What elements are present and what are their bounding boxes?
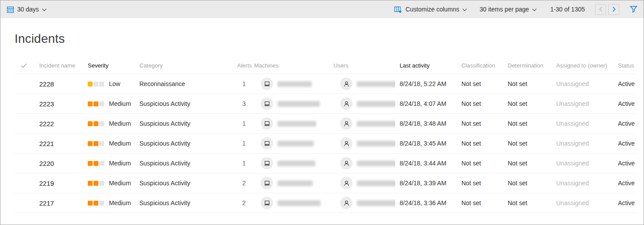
redacted-user-name xyxy=(357,180,395,186)
severity-cell: Medium xyxy=(88,160,139,167)
time-range-label: 30 days xyxy=(17,6,39,13)
severity-label: Medium xyxy=(109,100,131,107)
status-cell: Active xyxy=(614,180,637,187)
alerts-count: 1 xyxy=(225,160,253,167)
column-header-machines[interactable]: Machines xyxy=(253,62,332,69)
user-link[interactable] xyxy=(332,78,395,90)
assigned-to-cell: Unassigned xyxy=(552,180,614,187)
customize-columns-icon xyxy=(394,6,402,13)
severity-cell: Low xyxy=(88,80,139,87)
category-cell: Suspicious Activity xyxy=(139,180,225,187)
determination-cell: Not set xyxy=(503,100,552,107)
column-header-category[interactable]: Category xyxy=(139,62,225,69)
assigned-to-cell: Unassigned xyxy=(552,140,614,147)
redacted-user-name xyxy=(357,161,395,166)
incident-name-link[interactable]: 2223 xyxy=(39,100,88,108)
status-cell: Active xyxy=(614,160,637,167)
user-icon xyxy=(340,157,352,169)
customize-columns-dropdown[interactable]: Customize columns xyxy=(394,6,467,13)
machine-link[interactable] xyxy=(253,117,332,130)
user-link[interactable] xyxy=(332,177,395,189)
incidents-table: Incident name Severity Category Alerts M… xyxy=(0,57,644,213)
category-cell: Suspicious Activity xyxy=(139,199,225,206)
column-header-status[interactable]: Status xyxy=(614,62,637,69)
incident-name-link[interactable]: 2220 xyxy=(39,160,88,167)
machine-link[interactable] xyxy=(253,78,332,90)
table-row[interactable]: 2223 Medium Suspicious Activity 3 xyxy=(15,94,637,114)
classification-cell: Not set xyxy=(457,120,503,127)
incident-name-link[interactable]: 2219 xyxy=(39,180,88,187)
chevron-down-icon xyxy=(532,8,537,11)
column-header-last-activity[interactable]: Last activity xyxy=(395,62,457,69)
alerts-count: 1 xyxy=(225,120,253,127)
user-link[interactable] xyxy=(332,157,395,169)
severity-label: Medium xyxy=(109,140,131,147)
user-icon xyxy=(340,98,352,110)
determination-cell: Not set xyxy=(503,180,552,187)
user-link[interactable] xyxy=(332,98,395,110)
classification-cell: Not set xyxy=(457,100,503,107)
status-cell: Active xyxy=(614,80,637,87)
incident-name-link[interactable]: 2221 xyxy=(39,140,88,147)
determination-cell: Not set xyxy=(503,160,552,167)
user-link[interactable] xyxy=(332,117,395,130)
table-row[interactable]: 2217 Medium Suspicious Activity 2 xyxy=(15,193,637,213)
previous-page-button[interactable] xyxy=(595,4,606,15)
severity-cell: Medium xyxy=(88,120,139,127)
machine-icon xyxy=(261,177,273,189)
next-page-button[interactable] xyxy=(608,4,619,15)
machine-link[interactable] xyxy=(253,157,332,169)
last-activity-cell: 8/24/18, 3:39 AM xyxy=(395,180,457,187)
last-activity-cell: 8/24/18, 3:36 AM xyxy=(395,199,457,206)
user-icon xyxy=(340,78,352,90)
user-link[interactable] xyxy=(332,137,395,150)
column-header-incident-name[interactable]: Incident name xyxy=(39,62,88,69)
alerts-count: 2 xyxy=(225,180,253,187)
status-cell: Active xyxy=(614,120,637,127)
redacted-user-name xyxy=(357,121,395,127)
column-header-classification[interactable]: Classification xyxy=(457,62,503,69)
column-header-severity[interactable]: Severity xyxy=(88,62,139,69)
severity-indicator xyxy=(88,141,105,146)
severity-label: Medium xyxy=(109,160,131,167)
assigned-to-cell: Unassigned xyxy=(552,199,614,206)
filter-icon[interactable] xyxy=(630,6,637,13)
severity-label: Low xyxy=(109,80,120,87)
toolbar: 30 days Customize co xyxy=(0,0,644,18)
column-header-assigned-to[interactable]: Assigned to (owner) xyxy=(552,62,614,69)
items-per-page-dropdown[interactable]: 30 items per page xyxy=(479,6,537,13)
severity-indicator xyxy=(88,121,105,126)
user-icon xyxy=(340,197,352,209)
status-cell: Active xyxy=(614,199,637,206)
category-cell: Suspicious Activity xyxy=(139,140,225,147)
machine-link[interactable] xyxy=(253,197,332,209)
incident-name-link[interactable]: 2228 xyxy=(39,80,88,88)
column-header-users[interactable]: Users xyxy=(332,62,395,69)
chevron-down-icon xyxy=(42,8,47,11)
machine-link[interactable] xyxy=(253,177,332,189)
table-row[interactable]: 2228 Low Reconnaissance 1 xyxy=(15,74,637,94)
table-row[interactable]: 2219 Medium Suspicious Activity 2 xyxy=(15,173,637,193)
classification-cell: Not set xyxy=(457,180,503,187)
user-icon xyxy=(340,117,352,130)
time-range-dropdown[interactable]: 30 days xyxy=(7,6,47,13)
alerts-count: 1 xyxy=(225,80,253,87)
last-activity-cell: 8/24/18, 3:45 AM xyxy=(395,140,457,147)
incident-name-link[interactable]: 2222 xyxy=(39,120,88,128)
select-all-check-icon[interactable] xyxy=(15,63,39,68)
table-row[interactable]: 2222 Medium Suspicious Activity 1 xyxy=(15,114,637,134)
machine-icon xyxy=(261,98,273,110)
column-header-determination[interactable]: Determination xyxy=(503,62,552,69)
severity-indicator xyxy=(88,82,105,86)
last-activity-cell: 8/24/18, 3:48 AM xyxy=(395,120,457,127)
classification-cell: Not set xyxy=(457,80,503,87)
table-row[interactable]: 2221 Medium Suspicious Activity 1 xyxy=(15,134,637,154)
user-link[interactable] xyxy=(332,197,395,209)
machine-link[interactable] xyxy=(253,137,332,150)
machine-link[interactable] xyxy=(253,98,332,110)
column-header-alerts[interactable]: Alerts xyxy=(225,62,253,69)
incident-name-link[interactable]: 2217 xyxy=(39,199,88,207)
table-row[interactable]: 2220 Medium Suspicious Activity 1 xyxy=(15,154,637,173)
assigned-to-cell: Unassigned xyxy=(552,80,614,87)
severity-indicator xyxy=(88,101,105,106)
